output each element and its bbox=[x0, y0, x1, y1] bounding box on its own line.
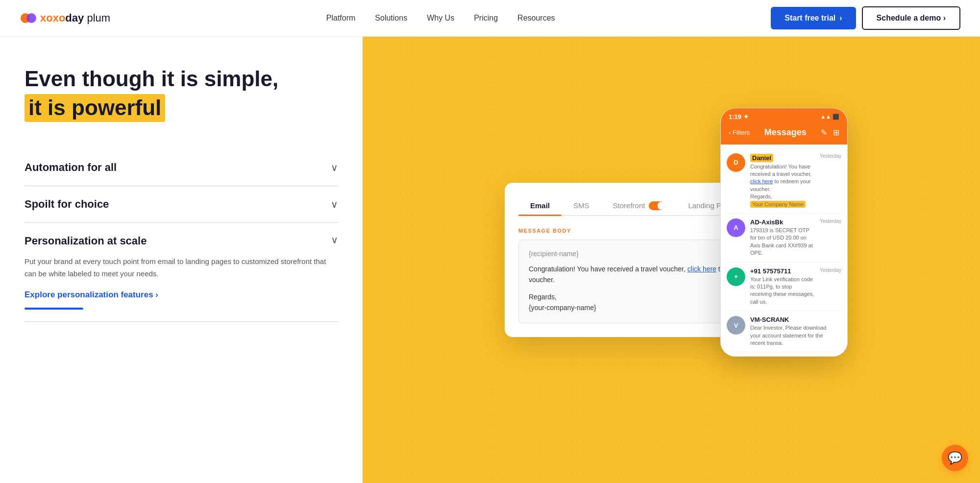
nav-item-platform[interactable]: Platform bbox=[318, 14, 364, 23]
message-name-axis: AD-AxisBk bbox=[750, 218, 815, 226]
accordion-item-personalization: Personalization at scale ∧ Put your bran… bbox=[24, 223, 338, 322]
accordion-header-automation[interactable]: Automation for all ∨ bbox=[24, 161, 338, 174]
logo-icon bbox=[20, 9, 37, 27]
storefront-toggle[interactable] bbox=[649, 201, 664, 210]
message-name-daniel: Daniel bbox=[750, 154, 773, 162]
accordion-list: Automation for all ∨ Spoilt for choice ∨… bbox=[24, 149, 338, 322]
message-text-daniel: Congratulation! You have received a trav… bbox=[750, 163, 815, 208]
phone-messages: D Daniel Congratulation! You have receiv… bbox=[721, 145, 847, 357]
logo-text: xoxoday plum bbox=[40, 12, 110, 24]
phone-status-bar: 1:19 ✦ ▲▲ ⬛ bbox=[721, 108, 847, 123]
nav-link-pricing[interactable]: Pricing bbox=[466, 10, 506, 26]
message-content-phone-num: +91 57575711 Your Link verification code… bbox=[750, 267, 815, 306]
navbar: xoxoday plum Platform Solutions Why Us P… bbox=[0, 0, 980, 37]
message-meta-daniel: Yesterday bbox=[820, 153, 841, 208]
hero-headline: Even though it is simple, it is powerful bbox=[24, 66, 338, 122]
phone-header: ‹ Filters Messages ✎ ⊞ bbox=[721, 123, 847, 145]
avatar-phone-num: + bbox=[727, 267, 745, 286]
chevron-up-icon: ∧ bbox=[331, 235, 338, 247]
nav-link-platform[interactable]: Platform bbox=[318, 10, 364, 26]
compose-icon[interactable]: ✎ bbox=[821, 128, 827, 137]
tab-sms[interactable]: SMS bbox=[562, 196, 601, 215]
avatar-daniel: D bbox=[727, 153, 745, 172]
message-meta-axis: Yesterday bbox=[820, 218, 841, 257]
start-trial-button[interactable]: Start free trial › bbox=[771, 7, 856, 29]
phone-signal-icons: ▲▲ ⬛ bbox=[820, 114, 839, 120]
underline-bar bbox=[24, 308, 83, 310]
page-layout: Even though it is simple, it is powerful… bbox=[0, 37, 980, 483]
phone-message-axis[interactable]: A AD-AxisBk 179319 is SECRET OTP for txn… bbox=[727, 214, 841, 263]
nav-actions: Start free trial › Schedule a demo › bbox=[771, 6, 960, 30]
mockup-container: Email SMS Storefront Landing Page MESSAG… bbox=[505, 183, 838, 338]
right-panel: Email SMS Storefront Landing Page MESSAG… bbox=[363, 37, 980, 483]
message-content-axis: AD-AxisBk 179319 is SECRET OTP for txn o… bbox=[750, 218, 815, 257]
chat-bubble[interactable]: 💬 bbox=[942, 445, 968, 471]
accordion-item-automation: Automation for all ∨ bbox=[24, 149, 338, 186]
daniel-link[interactable]: click here bbox=[750, 178, 773, 184]
message-content-vm: VM-SCRANK Dear Investor, Please download… bbox=[750, 316, 836, 347]
nav-item-why-us[interactable]: Why Us bbox=[419, 14, 462, 23]
explore-personalization-link[interactable]: Explore personalization features › bbox=[24, 290, 158, 300]
chevron-down-icon: ∨ bbox=[331, 162, 338, 173]
logo[interactable]: xoxoday plum bbox=[20, 9, 110, 27]
accordion-content-personalization: Put your brand at every touch point from… bbox=[24, 247, 338, 310]
message-meta-phone-num: Yesterday bbox=[820, 267, 841, 306]
message-text-phone-num: Your Link verification code is: 011Pg, t… bbox=[750, 276, 815, 306]
edit-icon[interactable]: ⊞ bbox=[833, 128, 839, 137]
phone-message-daniel[interactable]: D Daniel Congratulation! You have receiv… bbox=[727, 148, 841, 214]
avatar-vm: V bbox=[727, 316, 745, 335]
nav-link-solutions[interactable]: Solutions bbox=[367, 10, 415, 26]
message-content-daniel: Daniel Congratulation! You have received… bbox=[750, 153, 815, 208]
phone-mockup: 1:19 ✦ ▲▲ ⬛ ‹ Filters Messages ✎ ⊞ D bbox=[720, 108, 848, 357]
message-text-axis: 179319 is SECRET OTP for txn of USD 20.0… bbox=[750, 227, 815, 257]
tab-storefront[interactable]: Storefront bbox=[601, 196, 677, 215]
message-name-vm: VM-SCRANK bbox=[750, 316, 836, 323]
nav-item-pricing[interactable]: Pricing bbox=[466, 14, 506, 23]
chevron-down-icon: ∨ bbox=[331, 198, 338, 210]
click-here-link[interactable]: click here bbox=[687, 265, 716, 273]
accordion-item-spoilt: Spoilt for choice ∨ bbox=[24, 186, 338, 223]
message-name-phone-num: +91 57575711 bbox=[750, 267, 815, 275]
accordion-header-personalization[interactable]: Personalization at scale ∧ bbox=[24, 235, 338, 247]
phone-message-phone-num[interactable]: + +91 57575711 Your Link verification co… bbox=[727, 263, 841, 312]
left-panel: Even though it is simple, it is powerful… bbox=[0, 37, 363, 483]
phone-header-icons: ✎ ⊞ bbox=[821, 128, 839, 137]
nav-item-solutions[interactable]: Solutions bbox=[367, 14, 415, 23]
avatar-axis: A bbox=[727, 218, 745, 237]
tab-email[interactable]: Email bbox=[518, 196, 562, 215]
nav-link-why-us[interactable]: Why Us bbox=[419, 10, 462, 26]
svg-point-1 bbox=[26, 13, 36, 23]
message-text-vm: Dear Investor, Please download your acco… bbox=[750, 324, 836, 347]
chat-icon: 💬 bbox=[948, 451, 962, 465]
nav-link-resources[interactable]: Resources bbox=[510, 10, 563, 26]
phone-message-vm[interactable]: V VM-SCRANK Dear Investor, Please downlo… bbox=[727, 311, 841, 352]
nav-links: Platform Solutions Why Us Pricing Resour… bbox=[318, 14, 563, 23]
accordion-header-spoilt[interactable]: Spoilt for choice ∨ bbox=[24, 198, 338, 211]
schedule-demo-button[interactable]: Schedule a demo › bbox=[862, 6, 960, 30]
nav-item-resources[interactable]: Resources bbox=[510, 14, 563, 23]
